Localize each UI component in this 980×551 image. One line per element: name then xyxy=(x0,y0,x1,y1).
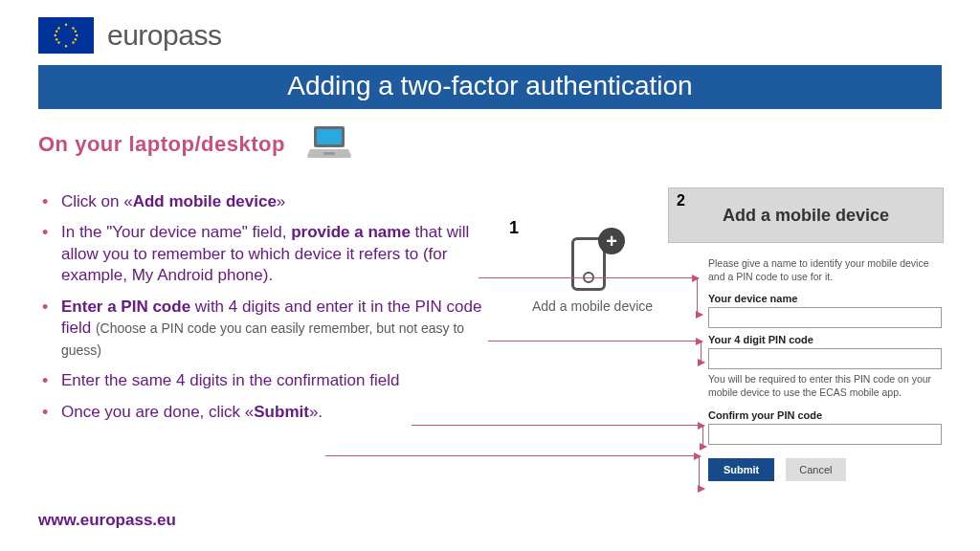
text-bold: Submit xyxy=(254,403,309,421)
input-confirm-pin[interactable] xyxy=(708,424,942,445)
logo-bar: europass xyxy=(0,0,980,65)
label-pin: Your 4 digit PIN code xyxy=(708,334,942,345)
cancel-button[interactable]: Cancel xyxy=(786,458,845,481)
note-text: (Choose a PIN code you can easily rememb… xyxy=(61,320,464,357)
text-bold: Add mobile device xyxy=(133,192,277,210)
arrow-icon xyxy=(701,362,704,363)
step-number-1: 1 xyxy=(509,218,519,238)
svg-point-0 xyxy=(65,24,67,26)
svg-point-2 xyxy=(55,34,56,36)
svg-point-6 xyxy=(57,41,59,43)
input-pin[interactable] xyxy=(708,348,942,369)
svg-point-9 xyxy=(75,31,77,33)
callout-2-label: Add a mobile device xyxy=(723,206,889,226)
arrow-icon xyxy=(412,425,704,426)
subtitle-text: On your laptop/desktop xyxy=(38,132,285,157)
label-confirm-pin: Confirm your PIN code xyxy=(708,409,942,421)
arrow-icon xyxy=(699,455,700,488)
svg-point-3 xyxy=(76,34,78,36)
panel-add-mobile-device: 2 Add a mobile device xyxy=(668,187,944,243)
arrow-icon xyxy=(702,446,706,447)
arrow-icon xyxy=(488,341,702,342)
arrow-icon xyxy=(479,277,699,278)
form-intro: Please give a name to identify your mobi… xyxy=(708,256,942,283)
laptop-icon xyxy=(306,122,352,166)
eu-flag-icon xyxy=(38,17,94,54)
hint-pin: You will be required to enter this PIN c… xyxy=(708,373,942,399)
text: ». xyxy=(309,403,323,421)
arrow-icon xyxy=(325,455,701,456)
svg-point-10 xyxy=(56,38,57,40)
text-bold: provide a name xyxy=(291,223,411,241)
mobile-plus-icon: + xyxy=(571,237,613,293)
callout-add-mobile-device: 1 + Add a mobile device xyxy=(532,237,653,314)
svg-point-11 xyxy=(75,38,77,40)
text: In the "Your device name" field, xyxy=(61,223,291,241)
bullet-4: Enter the same 4 digits in the confirmat… xyxy=(57,370,507,391)
svg-rect-14 xyxy=(323,152,335,155)
device-form: Please give a name to identify your mobi… xyxy=(708,256,942,481)
callout-1-label: Add a mobile device xyxy=(532,298,653,314)
bullet-2: In the "Your device name" field, provide… xyxy=(57,222,507,286)
step-number-2: 2 xyxy=(677,192,685,209)
svg-point-5 xyxy=(72,27,74,29)
page-title: Adding a two-factor authentication xyxy=(38,65,942,109)
brand-name: europass xyxy=(107,19,221,52)
section-subtitle: On your laptop/desktop xyxy=(0,109,980,166)
svg-point-8 xyxy=(56,31,57,33)
svg-point-1 xyxy=(65,45,67,47)
bullet-3: Enter a PIN code with 4 digits and enter… xyxy=(57,297,507,361)
text: » xyxy=(277,192,285,210)
input-device-name[interactable] xyxy=(708,307,942,328)
arrow-icon xyxy=(697,314,702,315)
arrow-icon xyxy=(699,488,704,489)
svg-rect-13 xyxy=(317,129,342,144)
svg-point-7 xyxy=(72,41,74,43)
text: Once you are done, click « xyxy=(61,403,254,421)
instruction-list: Click on «Add mobile device» In the "You… xyxy=(0,191,507,423)
submit-button[interactable]: Submit xyxy=(708,458,774,481)
text: Click on « xyxy=(61,192,133,210)
svg-point-4 xyxy=(57,27,59,29)
arrow-icon xyxy=(697,277,698,314)
footer-url: www.europass.eu xyxy=(38,511,176,530)
bullet-5: Once you are done, click «Submit». xyxy=(57,402,507,423)
label-device-name: Your device name xyxy=(708,293,942,304)
text-bold: Enter a PIN code xyxy=(61,298,190,316)
bullet-1: Click on «Add mobile device» xyxy=(57,191,507,212)
